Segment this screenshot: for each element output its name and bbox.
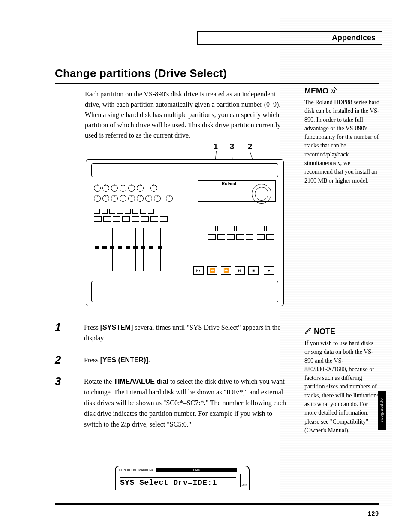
device-figure: 1 3 2 Roland xyxy=(86,149,283,308)
memo-heading: MEMO xyxy=(304,87,337,96)
transport-ff-icon: ⏩ xyxy=(221,266,231,275)
lcd-display: CONDITION MARKER# TIME SYS Select Drv=ID… xyxy=(115,466,250,490)
note-block: NOTE If you wish to use hard disks or so… xyxy=(304,327,380,435)
button-icon xyxy=(109,209,115,214)
step-key: [YES (ENTER)] xyxy=(100,356,148,364)
step-text-post: . xyxy=(148,356,150,364)
intro-paragraph: Each partition on the VS-890's disk driv… xyxy=(85,89,286,141)
header-rule-top xyxy=(197,31,382,32)
header-rule-bottom xyxy=(197,44,382,45)
fader-icon xyxy=(94,228,100,271)
step-text-pre: Rotate the xyxy=(84,378,114,385)
button-icon xyxy=(132,216,139,222)
fader-icon xyxy=(125,228,131,271)
step-body: Press [SYSTEM] several times until "SYS … xyxy=(84,322,286,344)
knob-icon xyxy=(137,195,144,202)
fader-icon xyxy=(109,228,115,271)
page-number: 129 xyxy=(368,510,379,517)
note-text: If you wish to use hard disks or song da… xyxy=(304,339,380,435)
button-icon xyxy=(266,234,274,240)
fader-icon xyxy=(140,228,146,271)
button-row-1 xyxy=(94,207,156,215)
fader-icon xyxy=(148,228,154,271)
button-icon xyxy=(266,226,274,231)
header-rule-left xyxy=(197,31,198,45)
lcd-main-text: SYS Select Drv=IDE:1 xyxy=(120,477,236,487)
button-icon xyxy=(160,216,168,222)
side-tab: Appendices xyxy=(378,391,386,430)
button-icon xyxy=(227,226,235,231)
callout-1: 1 xyxy=(214,142,218,151)
transport-controls: ⏮ ⏪ ⏩ ⏯ ■ ● xyxy=(193,266,276,275)
footer-rule xyxy=(55,503,379,505)
title-underline xyxy=(55,83,379,84)
step-number: 1 xyxy=(55,321,72,334)
button-icon xyxy=(150,216,158,222)
knob-icon xyxy=(94,185,101,192)
fader-icon xyxy=(157,228,163,271)
knob-icon xyxy=(102,185,109,192)
button-row-right-1 xyxy=(208,224,276,232)
step-number: 3 xyxy=(55,375,72,388)
step-text-pre: Press xyxy=(84,324,100,331)
header-section-label: Appendices xyxy=(332,33,376,42)
step-number: 2 xyxy=(55,353,72,367)
button-icon xyxy=(236,234,244,240)
button-icon xyxy=(125,209,131,214)
step-3: 3 Rotate the TIME/VALUE dial to select t… xyxy=(55,376,286,430)
memo-text: The Roland HDP88 series hard disk can be… xyxy=(304,98,380,185)
steps-list: 1 Press [SYSTEM] several times until "SY… xyxy=(55,322,286,437)
knob-icon xyxy=(150,185,157,192)
note-label: NOTE xyxy=(314,327,335,336)
step-1: 1 Press [SYSTEM] several times until "SY… xyxy=(55,322,286,344)
knob-icon xyxy=(154,195,161,202)
sidebar: MEMO The Roland HDP88 series hard disk c… xyxy=(304,87,380,435)
jog-wheel-icon xyxy=(252,184,271,204)
device-brand-label: Roland xyxy=(222,181,236,186)
transport-prev-icon: ⏮ xyxy=(193,266,204,275)
knob-icon xyxy=(120,185,126,192)
device-illustration: Roland xyxy=(86,159,284,306)
transport-rew-icon: ⏪ xyxy=(207,266,217,275)
memo-block: MEMO The Roland HDP88 series hard disk c… xyxy=(304,87,380,185)
transport-rec-icon: ● xyxy=(264,266,274,275)
lcd-condition-label: CONDITION xyxy=(119,469,136,472)
step-body: Rotate the TIME/VALUE dial to select the… xyxy=(84,376,286,430)
button-icon xyxy=(132,209,138,214)
knob-icon xyxy=(111,195,118,202)
button-icon xyxy=(141,216,149,222)
button-icon xyxy=(122,216,130,222)
button-icon xyxy=(246,234,253,240)
button-icon xyxy=(148,209,154,214)
title-block: Change partitions (Drive Select) xyxy=(55,67,379,84)
button-icon xyxy=(217,234,225,240)
note-heading: NOTE xyxy=(304,327,335,337)
button-row-2 xyxy=(94,215,169,222)
step-key: [SYSTEM] xyxy=(100,324,133,331)
transport-stop-icon: ■ xyxy=(248,266,259,275)
knob-icon xyxy=(137,185,144,192)
button-icon xyxy=(246,226,253,231)
fader-icon xyxy=(102,228,108,271)
button-icon xyxy=(236,226,244,231)
device-rear-panel xyxy=(91,163,278,177)
pencil-icon xyxy=(304,327,312,337)
step-key: TIME/VALUE dial xyxy=(114,378,168,385)
step-text-pre: Press xyxy=(84,356,100,364)
memo-label: MEMO xyxy=(304,87,328,96)
knob-icon xyxy=(128,195,135,202)
step-body: Press [YES (ENTER)]. xyxy=(84,355,286,366)
lcd-db-label: -dB xyxy=(240,474,247,487)
fader-bank xyxy=(94,228,188,276)
knob-icon xyxy=(111,185,118,192)
device-front-panel xyxy=(91,281,278,302)
button-icon xyxy=(217,226,225,231)
fader-icon xyxy=(132,228,138,271)
knob-icon xyxy=(94,195,101,202)
knob-row-1 xyxy=(94,185,159,193)
button-icon xyxy=(102,209,108,214)
knob-icon xyxy=(166,195,173,202)
step-text-post: to select the disk drive to which you wa… xyxy=(84,378,286,427)
fader-icon xyxy=(117,228,123,271)
page: Appendices Change partitions (Drive Sele… xyxy=(0,0,409,532)
